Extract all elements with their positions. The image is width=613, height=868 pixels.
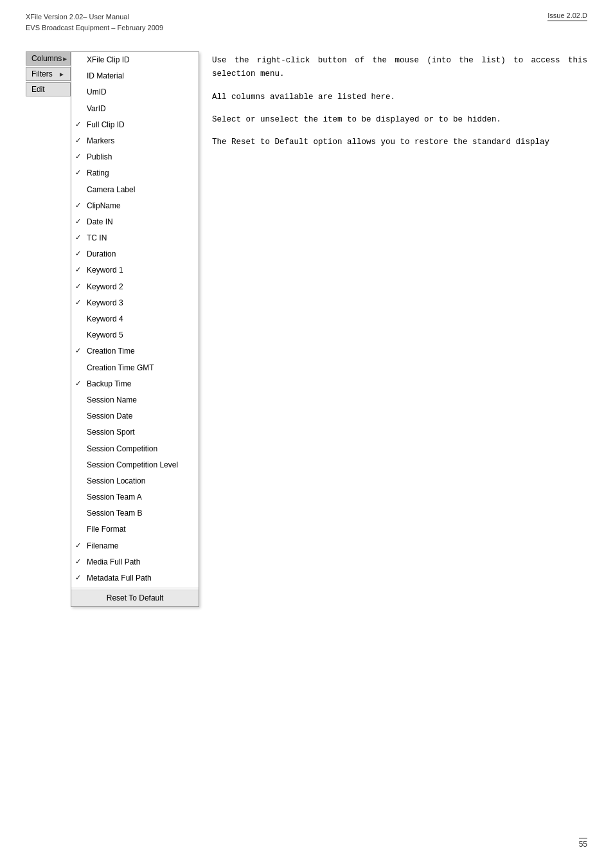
menu-item-keyword1[interactable]: Keyword 1 — [71, 262, 199, 278]
filters-arrow: ► — [58, 71, 65, 78]
menu-item-rating[interactable]: Rating — [71, 165, 199, 181]
menu-item-session-team-b[interactable]: Session Team B — [71, 505, 199, 521]
menu-item-full-clip-id[interactable]: Full Clip ID — [71, 117, 199, 133]
filters-label: Filters — [31, 69, 53, 78]
menu-item-duration[interactable]: Duration — [71, 246, 199, 262]
edit-button[interactable]: Edit — [26, 82, 71, 96]
menu-item-backup-time[interactable]: Backup Time — [71, 376, 199, 392]
menu-item-varid[interactable]: VarID — [71, 101, 199, 117]
menu-item-markers[interactable]: Markers — [71, 133, 199, 149]
menu-item-keyword2[interactable]: Keyword 2 — [71, 279, 199, 295]
columns-button[interactable]: Columns ► — [26, 51, 71, 66]
menu-item-media-full-path[interactable]: Media Full Path — [71, 554, 199, 570]
menu-item-keyword4[interactable]: Keyword 4 — [71, 311, 199, 327]
description-area: Use the right-click button of the mouse … — [212, 51, 587, 607]
header-issue: Issue 2.02.D — [547, 12, 587, 21]
description-para2: All columns available are listed here. — [212, 91, 587, 104]
sidebar-buttons: Columns ► Filters ► Edit — [26, 51, 71, 607]
header: XFile Version 2.02– User Manual EVS Broa… — [26, 12, 587, 33]
edit-label: Edit — [31, 85, 45, 94]
header-subtitle: EVS Broadcast Equipment – February 2009 — [26, 23, 163, 33]
columns-dropdown: XFile Clip ID ID Material UmID VarID Ful… — [71, 51, 199, 607]
menu-item-keyword3[interactable]: Keyword 3 — [71, 295, 199, 311]
menu-item-umid[interactable]: UmID — [71, 84, 199, 100]
menu-item-publish[interactable]: Publish — [71, 149, 199, 165]
page-number-area: 55 — [579, 838, 587, 849]
menu-item-camera-label[interactable]: Camera Label — [71, 182, 199, 198]
menu-item-session-name[interactable]: Session Name — [71, 392, 199, 408]
menu-item-tc-in[interactable]: TC IN — [71, 230, 199, 246]
menu-item-filename[interactable]: Filename — [71, 538, 199, 554]
columns-arrow: ► — [62, 55, 68, 62]
menu-item-session-location[interactable]: Session Location — [71, 473, 199, 489]
menu-item-xfile-clip-id[interactable]: XFile Clip ID — [71, 52, 199, 68]
menu-item-session-competition-level[interactable]: Session Competition Level — [71, 457, 199, 473]
main-content: Columns ► Filters ► Edit XFile Clip ID I… — [26, 51, 587, 607]
description-para3: Select or unselect the item to be displa… — [212, 113, 587, 127]
header-title: XFile Version 2.02– User Manual — [26, 12, 163, 23]
menu-item-id-material[interactable]: ID Material — [71, 68, 199, 84]
menu-item-session-sport[interactable]: Session Sport — [71, 424, 199, 440]
menu-item-metadata-full-path[interactable]: Metadata Full Path — [71, 570, 199, 586]
menu-item-file-format[interactable]: File Format — [71, 521, 199, 538]
filters-button[interactable]: Filters ► — [26, 67, 71, 81]
description-para1: Use the right-click button of the mouse … — [212, 54, 587, 82]
menu-item-creation-time[interactable]: Creation Time — [71, 343, 199, 359]
description-para4: The Reset to Default option allows you t… — [212, 136, 587, 149]
reset-to-default-button[interactable]: Reset To Default — [71, 590, 199, 606]
menu-item-session-competition[interactable]: Session Competition — [71, 441, 199, 457]
columns-label: Columns — [31, 54, 62, 63]
menu-item-date-in[interactable]: Date IN — [71, 214, 199, 230]
menu-area: Columns ► Filters ► Edit XFile Clip ID I… — [26, 51, 199, 607]
menu-item-session-team-a[interactable]: Session Team A — [71, 489, 199, 505]
menu-item-creation-time-gmt[interactable]: Creation Time GMT — [71, 360, 199, 376]
page-number: 55 — [579, 838, 587, 849]
menu-item-keyword5[interactable]: Keyword 5 — [71, 327, 199, 343]
menu-item-session-date[interactable]: Session Date — [71, 408, 199, 424]
menu-item-clipname[interactable]: ClipName — [71, 198, 199, 214]
header-left: XFile Version 2.02– User Manual EVS Broa… — [26, 12, 163, 33]
menu-divider — [71, 588, 199, 588]
header-right: Issue 2.02.D — [547, 12, 587, 23]
